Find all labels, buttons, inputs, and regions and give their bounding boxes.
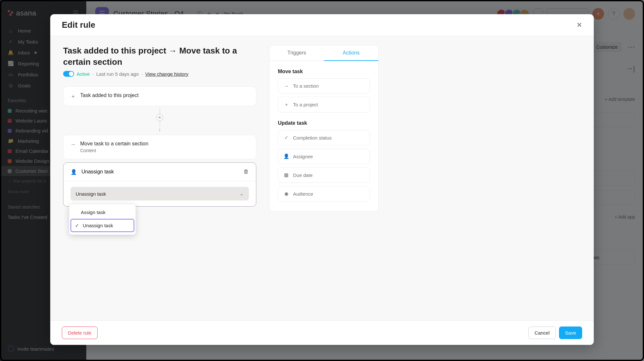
trigger-label: Task added to this project — [80, 93, 138, 98]
action-option-duedate[interactable]: ▦Due date — [278, 167, 370, 183]
dropdown-option-unassign[interactable]: Unassign task — [71, 219, 134, 232]
active-toggle[interactable] — [63, 71, 74, 77]
chevron-down-icon: ⌄ — [240, 191, 244, 197]
action-card-unassign: 👤 Unassign task 🗑 Unassign task ⌄ Assign… — [63, 162, 256, 207]
action-label: Move task to a certain section — [80, 141, 148, 147]
active-label: Active — [77, 71, 90, 77]
trigger-card[interactable]: ＋ Task added to this project — [63, 86, 256, 106]
arrow-down-icon: ↓ — [158, 126, 161, 133]
last-run: Last run 5 days ago — [96, 71, 139, 77]
action-option-audience[interactable]: ◉Audience — [278, 186, 370, 201]
opt-label: Due date — [293, 172, 313, 178]
arrow-right-icon: → — [71, 141, 76, 147]
plus-icon: ＋ — [283, 102, 289, 108]
rule-meta: Active · Last run 5 days ago · View chan… — [63, 71, 256, 77]
unassign-label: Unassign task — [81, 169, 114, 175]
person-icon: 👤 — [283, 153, 289, 159]
opt-label: To a project — [293, 102, 318, 107]
rule-title: Task added to this project → Move task t… — [63, 45, 256, 68]
change-history-link[interactable]: View change history — [145, 71, 188, 77]
delete-rule-button[interactable]: Delete rule — [62, 327, 98, 339]
actions-panel: Triggers Actions Move task →To a section… — [269, 45, 379, 311]
group-update-task: Update task — [278, 120, 370, 126]
action-option-completion[interactable]: ✓Completion status — [278, 130, 370, 145]
cancel-button[interactable]: Cancel — [528, 327, 556, 339]
modal-footer: Delete rule Cancel Save — [50, 320, 594, 345]
close-icon[interactable]: ✕ — [576, 21, 582, 29]
action-sublabel: Content — [80, 148, 148, 153]
modal-title: Edit rule — [62, 20, 95, 30]
check-icon: ✓ — [283, 135, 289, 141]
modal-header: Edit rule ✕ — [50, 14, 594, 36]
tab-triggers[interactable]: Triggers — [270, 45, 324, 61]
opt-label: Assignee — [293, 154, 313, 159]
plus-icon: ＋ — [71, 93, 76, 100]
unassign-select[interactable]: Unassign task ⌄ — [71, 187, 249, 200]
edit-rule-modal: Edit rule ✕ Task added to this project →… — [50, 14, 594, 345]
add-step-button[interactable]: + — [156, 114, 163, 121]
calendar-icon: ▦ — [283, 172, 289, 178]
group-move-task: Move task — [278, 69, 370, 74]
flow-connector: + ↓ — [63, 106, 256, 135]
person-icon: 👤 — [71, 169, 77, 175]
dropdown-option-assign[interactable]: Assign task — [69, 206, 136, 218]
action-option-to-section[interactable]: →To a section — [278, 78, 370, 93]
rule-flow-panel: Task added to this project → Move task t… — [63, 45, 256, 311]
opt-label: Audience — [293, 191, 313, 197]
caret-circle-icon: ◉ — [283, 191, 289, 197]
trash-icon[interactable]: 🗑 — [243, 169, 249, 175]
select-value: Unassign task — [76, 191, 106, 197]
action-option-assignee[interactable]: 👤Assignee — [278, 149, 370, 164]
save-button[interactable]: Save — [559, 327, 582, 339]
opt-label: To a section — [293, 83, 319, 89]
opt-label: Completion status — [293, 135, 332, 141]
action-option-to-project[interactable]: ＋To a project — [278, 97, 370, 112]
tab-actions[interactable]: Actions — [324, 45, 378, 61]
select-dropdown: Assign task Unassign task — [69, 204, 136, 235]
arrow-right-icon: → — [283, 83, 289, 89]
action-card-move[interactable]: → Move task to a certain section Content — [63, 135, 256, 159]
